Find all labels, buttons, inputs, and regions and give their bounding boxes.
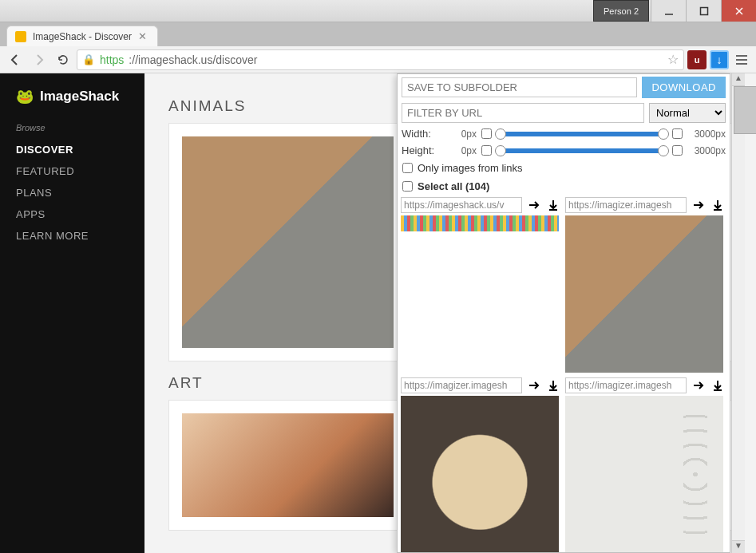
select-all-label: Select all (104) [418, 180, 489, 192]
download-button[interactable]: DOWNLOAD [642, 77, 726, 98]
arrow-right-icon [528, 199, 540, 211]
download-arrow-icon: ↓ [717, 53, 722, 66]
image-downloader-popup: DOWNLOAD Normal Width: 0px 3000px Height… [397, 73, 730, 553]
download-icon [711, 199, 724, 211]
result-cell [565, 197, 725, 373]
sidebar-heading: Browse [16, 123, 129, 132]
close-icon [734, 6, 744, 16]
window-maximize-button[interactable] [686, 0, 721, 22]
result-url-input[interactable] [401, 197, 522, 213]
download-icon [711, 379, 724, 392]
gallery-thumbnail[interactable] [182, 413, 394, 517]
width-min-checkbox[interactable] [481, 128, 492, 139]
browser-menu-button[interactable] [732, 50, 751, 69]
tab-close-button[interactable]: ✕ [138, 30, 147, 42]
result-cell [401, 377, 560, 553]
arrow-right-icon [692, 379, 705, 392]
select-all-checkbox[interactable] [402, 181, 413, 192]
width-max-checkbox[interactable] [672, 128, 683, 139]
window-minimize-button[interactable] [651, 0, 686, 22]
arrow-right-icon [692, 199, 705, 211]
image-results-grid [398, 196, 730, 553]
only-links-label: Only images from links [418, 162, 522, 174]
open-link-button[interactable] [527, 378, 541, 393]
sidebar-item-apps[interactable]: APPS [16, 203, 129, 225]
result-url-input[interactable] [565, 377, 687, 393]
width-label: Width: [402, 128, 441, 140]
svg-rect-1 [700, 7, 707, 14]
arrow-right-icon [528, 379, 540, 392]
height-label: Height: [402, 144, 441, 156]
tab-title: ImageShack - Discover [33, 31, 132, 42]
open-link-button[interactable] [691, 198, 706, 212]
width-slider[interactable] [497, 132, 667, 136]
address-bar[interactable]: 🔒 https://imageshack.us/discover ☆ [77, 49, 684, 70]
height-min-value: 0px [446, 145, 477, 156]
favicon-icon [15, 31, 26, 42]
download-icon [547, 199, 560, 211]
window-close-button[interactable] [721, 0, 756, 22]
lock-icon: 🔒 [82, 53, 95, 65]
width-max-value: 3000px [687, 128, 726, 140]
extension-ublock-button[interactable]: u [687, 50, 707, 69]
download-item-button[interactable] [546, 378, 560, 393]
height-max-value: 3000px [687, 145, 726, 156]
result-cell [565, 377, 725, 553]
download-item-button[interactable] [546, 198, 560, 212]
arrow-right-icon [33, 53, 46, 66]
browser-toolbar: 🔒 https://imageshack.us/discover ☆ u ↓ [0, 46, 756, 73]
scrollbar-thumb[interactable] [734, 86, 756, 134]
profile-label: Person 2 [604, 6, 639, 16]
scroll-up-button[interactable]: ▲ [732, 73, 745, 86]
result-url-input[interactable] [401, 377, 522, 393]
only-links-checkbox[interactable] [402, 163, 413, 173]
sidebar-item-label: PLANS [16, 187, 52, 199]
height-min-checkbox[interactable] [481, 145, 492, 156]
chrome-profile-badge[interactable]: Person 2 [593, 0, 649, 22]
sidebar-item-discover[interactable]: DISCOVER [16, 139, 129, 160]
popup-scrollbar[interactable]: ▲ ▼ [731, 73, 745, 553]
gallery-thumbnail[interactable] [182, 136, 394, 348]
width-min-value: 0px [446, 128, 477, 140]
sidebar-item-label: LEARN MORE [16, 230, 89, 242]
bookmark-star-button[interactable]: ☆ [667, 52, 679, 67]
height-max-checkbox[interactable] [672, 145, 683, 156]
open-link-button[interactable] [527, 198, 541, 212]
sidebar-item-label: FEATURED [16, 165, 74, 177]
filter-mode-select[interactable]: Normal [649, 103, 726, 123]
download-item-button[interactable] [710, 378, 725, 393]
arrow-left-icon [9, 53, 22, 66]
url-protocol: https [100, 53, 124, 66]
back-button[interactable] [5, 49, 26, 70]
sidebar-item-learn-more[interactable]: LEARN MORE [16, 225, 129, 247]
reload-icon [57, 53, 69, 66]
browser-tab[interactable]: ImageShack - Discover ✕ [6, 26, 158, 46]
open-link-button[interactable] [691, 378, 706, 393]
sidebar-item-featured[interactable]: FEATURED [16, 160, 129, 182]
height-slider[interactable] [497, 148, 667, 153]
sidebar-item-plans[interactable]: PLANS [16, 182, 129, 203]
browser-tabstrip: ImageShack - Discover ✕ [0, 22, 756, 46]
result-thumbnail[interactable] [401, 215, 559, 231]
shield-icon: u [695, 55, 700, 65]
result-url-input[interactable] [565, 197, 687, 213]
result-thumbnail[interactable] [401, 396, 559, 553]
forward-button[interactable] [29, 49, 49, 70]
reload-button[interactable] [53, 49, 73, 70]
scroll-down-button[interactable]: ▼ [732, 540, 745, 553]
download-item-button[interactable] [710, 198, 725, 212]
logo-text: ImageShack [40, 89, 119, 105]
filter-url-input[interactable] [402, 103, 644, 123]
site-sidebar: 🐸 ImageShack Browse DISCOVER FEATURED PL… [0, 73, 144, 553]
result-thumbnail[interactable] [565, 396, 723, 553]
sidebar-item-label: DISCOVER [16, 144, 73, 156]
minimize-icon [664, 6, 674, 16]
result-thumbnail[interactable] [565, 215, 723, 373]
frog-icon: 🐸 [16, 88, 34, 105]
extension-image-downloader-button[interactable]: ↓ [710, 50, 729, 69]
maximize-icon [699, 6, 709, 16]
site-logo[interactable]: 🐸 ImageShack [16, 88, 129, 105]
subfolder-input[interactable] [402, 77, 637, 97]
url-rest: ://imageshack.us/discover [129, 53, 257, 66]
sidebar-item-label: APPS [16, 208, 46, 220]
